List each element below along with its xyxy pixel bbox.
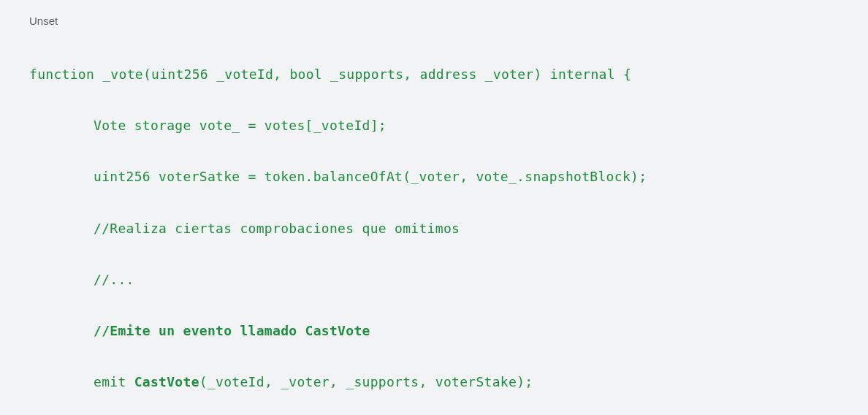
code-line: uint256 voterSatke = token.balanceOfAt(_… (29, 164, 839, 189)
code-line: //Realiza ciertas comprobaciones que omi… (29, 216, 839, 241)
code-line: emit CastVote(_voteId, _voter, _supports… (29, 369, 839, 395)
code-line-bold: //Emite un evento llamado CastVote (29, 318, 839, 343)
code-text: (_voteId, _voter, _supports, voterStake)… (199, 374, 533, 389)
code-text-bold: CastVote (134, 374, 199, 389)
code-line: //... (29, 267, 839, 292)
code-block: function _vote(uint256 _voteId, bool _su… (29, 36, 839, 415)
code-label: Unset (29, 15, 839, 27)
code-text: emit (94, 374, 134, 389)
code-line: function _vote(uint256 _voteId, bool _su… (29, 61, 839, 87)
code-line: Vote storage vote_ = votes[_voteId]; (29, 113, 839, 138)
